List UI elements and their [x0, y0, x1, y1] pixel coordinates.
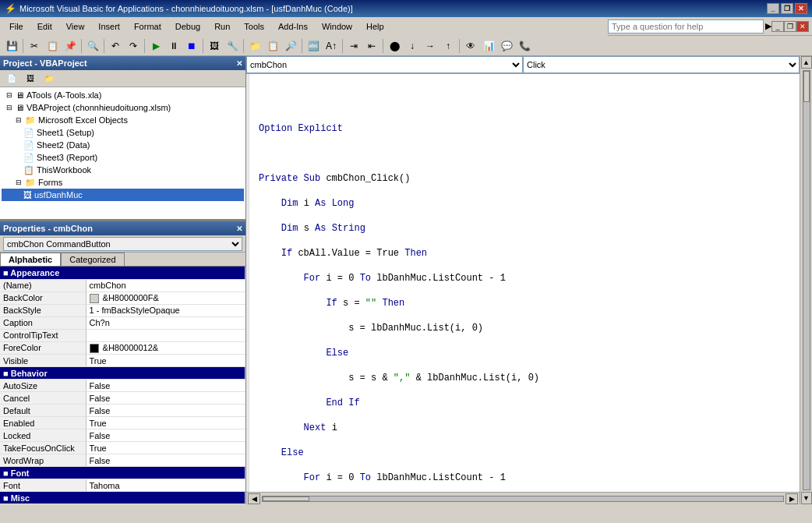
step-into-button[interactable]: ↓	[404, 38, 421, 54]
step-over-button[interactable]: →	[422, 38, 439, 54]
title-text: Microsoft Visual Basic for Applications …	[19, 4, 353, 13]
paste-button[interactable]: 📌	[62, 38, 79, 54]
project-panel-close[interactable]: ✕	[236, 59, 242, 68]
menu-view[interactable]: View	[60, 20, 91, 33]
tree-item-sheet3[interactable]: 📄 Sheet3 (Report)	[2, 151, 244, 164]
project-explorer-button[interactable]: 📁	[246, 38, 263, 54]
undo-button[interactable]: ↶	[107, 38, 124, 54]
watch-button[interactable]: 👁	[462, 38, 479, 54]
props-object-select[interactable]: cmbChon CommandButton	[3, 237, 242, 251]
properties-button[interactable]: 📋	[264, 38, 281, 54]
tab-categorized[interactable]: Categorized	[61, 253, 124, 266]
tree-item-usfdanhmuc[interactable]: 🖼 usfDanhMuc	[2, 189, 244, 201]
step-out-button[interactable]: ↑	[440, 38, 457, 54]
menu-window[interactable]: Window	[316, 20, 358, 33]
toolbar-extra2[interactable]: A↑	[323, 38, 340, 54]
vscroll-thumb[interactable]	[803, 71, 810, 102]
props-object-combo[interactable]: cmbChon CommandButton	[0, 235, 245, 253]
tree-item-thisworkbook[interactable]: 📋 ThisWorkbook	[2, 164, 244, 176]
title-controls: _ ❐ ✕	[767, 3, 807, 14]
tree-item-sheet1[interactable]: 📄 Sheet1 (Setup)	[2, 126, 244, 139]
code-editor[interactable]: Option Explicit Private Sub cmbChon_Clic…	[246, 74, 800, 492]
project-panel-header: Project - VBAProject ✕	[0, 56, 245, 70]
expand-excel-objects[interactable]: ⊟	[14, 115, 23, 125]
prop-row-locked: Locked False	[0, 429, 245, 442]
menu-insert[interactable]: Insert	[92, 20, 126, 33]
userform-button[interactable]: 🖼	[206, 38, 223, 54]
properties-panel-title: Properties - cmbChon	[3, 224, 93, 233]
expand-forms[interactable]: ⊟	[14, 178, 23, 187]
locals-button[interactable]: 📊	[480, 38, 497, 54]
vscroll-track[interactable]	[803, 70, 810, 490]
indent-button[interactable]: ⇥	[345, 38, 362, 54]
pause-button[interactable]: ⏸	[165, 38, 182, 54]
prop-row-enabled: Enabled True	[0, 417, 245, 429]
stop-button[interactable]: ⏹	[183, 38, 200, 54]
menu-addins[interactable]: Add-Ins	[272, 20, 314, 33]
prop-row-default: Default False	[0, 405, 245, 417]
menu-debug[interactable]: Debug	[169, 20, 207, 33]
prop-row-wordwrap: WordWrap False	[0, 454, 245, 467]
vba-restore-button[interactable]: ❐	[784, 21, 796, 32]
tree-item-vbaproject[interactable]: ⊟ 🖥 VBAProject (chonnhieudoituong.xlsm)	[2, 101, 244, 114]
restore-button[interactable]: ❐	[781, 3, 793, 14]
menu-edit[interactable]: Edit	[31, 20, 58, 33]
find-button[interactable]: 🔍	[84, 38, 101, 54]
expand-atools[interactable]: ⊟	[5, 90, 14, 100]
call-stack-button[interactable]: 📞	[516, 38, 533, 54]
tree-item-sheet2[interactable]: 📄 Sheet2 (Data)	[2, 139, 244, 151]
scroll-right-button[interactable]: ▶	[786, 493, 798, 504]
props-tabs: Alphabetic Categorized	[0, 253, 245, 267]
run-button[interactable]: ▶	[147, 38, 164, 54]
menu-tools[interactable]: Tools	[238, 20, 270, 33]
prop-row-takefocus: TakeFocusOnClick True	[0, 442, 245, 454]
scroll-up-button[interactable]: ▲	[801, 56, 812, 69]
toolbar-btn1[interactable]: 🔧	[224, 38, 241, 54]
properties-panel: Properties - cmbChon ✕ cmbChon CommandBu…	[0, 221, 245, 504]
properties-panel-header: Properties - cmbChon ✕	[0, 221, 245, 235]
immediate-button[interactable]: 💬	[498, 38, 515, 54]
tab-alphabetic[interactable]: Alphabetic	[0, 253, 61, 266]
horizontal-scrollbar[interactable]: ◀ ▶	[246, 492, 800, 504]
scroll-left-button[interactable]: ◀	[248, 493, 260, 504]
expand-vbaproject[interactable]: ⊟	[5, 103, 14, 112]
backcolor-swatch	[90, 294, 99, 303]
menu-format[interactable]: Format	[128, 20, 168, 33]
scroll-down-button[interactable]: ▼	[801, 492, 812, 504]
properties-panel-close[interactable]: ✕	[236, 224, 242, 233]
scrollbar-track[interactable]	[262, 496, 784, 502]
title-bar: ⚡ Microsoft Visual Basic for Application…	[0, 0, 812, 17]
help-go-button[interactable]: ▶	[765, 21, 771, 31]
breakpoint-button[interactable]: ⬤	[386, 38, 403, 54]
save-button[interactable]: 💾	[3, 38, 20, 54]
cut-button[interactable]: ✂	[26, 38, 43, 54]
close-button[interactable]: ✕	[795, 3, 807, 14]
toolbar-extra1[interactable]: 🔤	[305, 38, 322, 54]
menu-help[interactable]: Help	[360, 20, 390, 33]
scrollbar-thumb[interactable]	[263, 496, 309, 501]
tree-item-excel-objects[interactable]: ⊟ 📁 Microsoft Excel Objects	[2, 114, 244, 126]
prop-row-backstyle: BackStyle 1 - fmBackStyleOpaque	[0, 304, 245, 316]
menu-run[interactable]: Run	[208, 20, 236, 33]
redo-button[interactable]: ↷	[125, 38, 142, 54]
code-panel: cmbChon Click Option Explicit Private Su…	[246, 56, 800, 504]
procedure-dropdown[interactable]: Click	[523, 56, 800, 73]
vba-minimize-button[interactable]: _	[771, 21, 784, 32]
toggle-folders-button[interactable]: 📁	[41, 71, 58, 87]
vba-close-button[interactable]: ✕	[796, 21, 809, 32]
object-browser-button[interactable]: 🔎	[282, 38, 299, 54]
copy-button[interactable]: 📋	[44, 38, 61, 54]
menu-file[interactable]: File	[3, 20, 30, 33]
prop-row-visible: Visible True	[0, 355, 245, 367]
minimize-button[interactable]: _	[767, 3, 779, 14]
project-tree[interactable]: ⊟ 🖥 ATools (A-Tools.xla) ⊟ 🖥 VBAProject …	[0, 87, 245, 219]
project-toolbar: 📄 🖼 📁	[0, 70, 245, 87]
view-code-button[interactable]: 📄	[3, 71, 20, 87]
vertical-scrollbar[interactable]: ▲ ▼	[800, 56, 812, 504]
outdent-button[interactable]: ⇤	[363, 38, 380, 54]
help-input[interactable]	[608, 19, 764, 34]
view-object-button[interactable]: 🖼	[22, 71, 39, 87]
tree-item-forms[interactable]: ⊟ 📁 Forms	[2, 176, 244, 189]
object-dropdown[interactable]: cmbChon	[246, 56, 523, 73]
tree-item-atools[interactable]: ⊟ 🖥 ATools (A-Tools.xla)	[2, 89, 244, 101]
